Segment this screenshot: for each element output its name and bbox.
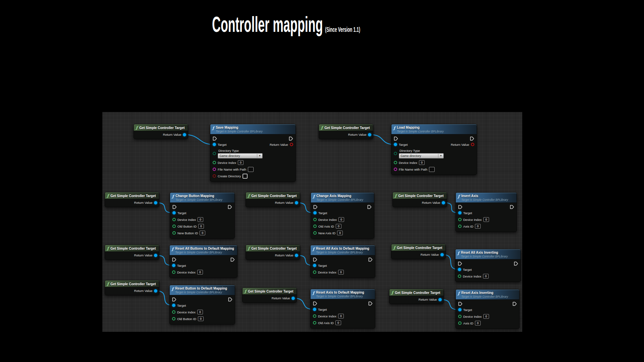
exec-in-pin[interactable] [313,204,318,209]
change-button-mapping-node[interactable]: ƒ Change Button Mapping Target is Simple… [170,192,235,239]
target-pin[interactable] [313,308,316,311]
reset-axis-to-default-mapping-node[interactable]: ƒ Reset Axis to Default Mapping Target i… [310,289,375,328]
int-pin[interactable] [458,315,462,318]
reset-all-axis-to-default-mapping-node[interactable]: ƒ Reset All Axis to Default Mapping Targ… [310,245,375,278]
load-mapping-node[interactable]: ƒ Load Mapping Target is Simple Controll… [391,124,477,175]
return-value-pin[interactable] [154,289,157,293]
exec-out-pin[interactable] [228,204,232,209]
return-value-pin[interactable] [438,298,442,301]
int-input[interactable]: 0 [483,274,489,279]
return-value-pin[interactable] [290,143,293,146]
exec-out-pin[interactable] [289,136,293,140]
reset-button-to-default-mapping-node[interactable]: ƒ Reset Button to Default Mapping Target… [169,285,235,324]
get-simple-controller-target-node[interactable]: ƒ Get Simple Controller Target Return Va… [242,288,297,303]
return-value-pin[interactable] [471,143,474,146]
target-pin[interactable] [458,308,462,311]
int-pin[interactable] [313,321,316,324]
int-pin[interactable] [172,225,176,228]
return-value-pin[interactable] [295,201,298,204]
exec-in-pin[interactable] [458,261,462,265]
save-mapping-node[interactable]: ƒ Save Mapping Target is Simple Controll… [210,124,296,182]
exec-out-pin[interactable] [230,257,235,261]
return-value-pin[interactable] [291,297,295,300]
target-pin[interactable] [213,143,216,146]
return-value-pin[interactable] [440,253,444,256]
return-value-pin[interactable] [154,254,157,257]
int-input[interactable]: 0 [198,316,204,321]
bool-checkbox[interactable] [243,174,248,179]
get-simple-controller-target-node[interactable]: ƒ Get Simple Controller Target Return Va… [391,244,446,259]
get-simple-controller-target-node[interactable]: ƒ Get Simple Controller Target Return Va… [319,124,373,139]
int-pin[interactable] [172,270,175,274]
exec-in-pin[interactable] [172,297,176,301]
int-pin[interactable] [313,231,317,235]
return-value-pin[interactable] [183,133,186,136]
int-pin[interactable] [394,161,397,164]
int-pin[interactable] [458,225,462,228]
int-pin[interactable] [172,310,175,314]
get-simple-controller-target-node[interactable]: ƒ Get Simple Controller Target Return Va… [133,124,188,139]
exec-in-pin[interactable] [213,136,217,140]
int-input[interactable]: 0 [337,231,343,235]
invert-axis-node[interactable]: ƒ Invert Axis Target is Simple Controlle… [455,192,517,232]
reset-axis-inverting-node[interactable]: ƒ Reset Axis Inverting Target is Simple … [455,289,520,329]
int-pin[interactable] [313,314,316,318]
enum-pin[interactable] [213,152,216,155]
target-pin[interactable] [313,211,317,215]
exec-in-pin[interactable] [313,301,317,305]
int-pin[interactable] [172,218,176,221]
enum-dropdown[interactable]: Game directory ▼ [399,153,444,159]
string-pin[interactable] [213,168,216,171]
int-input[interactable]: 0 [475,224,481,229]
int-input[interactable]: 0 [336,224,341,229]
bool-pin[interactable] [213,174,216,178]
get-simple-controller-target-node[interactable]: ƒ Get Simple Controller Target Return Va… [105,280,159,295]
return-value-pin[interactable] [442,201,445,204]
int-input[interactable]: 0 [200,231,205,235]
return-value-pin[interactable] [295,254,298,257]
blueprint-graph[interactable]: ƒ Get Simple Controller Target Return Va… [102,112,522,332]
exec-out-pin[interactable] [513,301,517,306]
reset-all-axis-inverting-node[interactable]: ƒ Reset All Axis Inverting Target is Sim… [455,249,521,282]
target-pin[interactable] [172,304,175,307]
int-pin[interactable] [458,321,462,325]
exec-out-pin[interactable] [228,297,232,301]
target-pin[interactable] [458,211,462,215]
exec-out-pin[interactable] [470,136,474,140]
int-input[interactable]: 0 [197,310,203,314]
int-input[interactable]: 0 [419,160,425,165]
string-input[interactable] [429,167,435,172]
int-pin[interactable] [458,218,462,221]
int-pin[interactable] [172,231,176,235]
int-input[interactable]: 0 [338,270,344,275]
get-simple-controller-target-node[interactable]: ƒ Get Simple Controller Target Return Va… [246,192,300,207]
get-simple-controller-target-node[interactable]: ƒ Get Simple Controller Target Return Va… [105,245,159,260]
exec-out-pin[interactable] [368,301,373,305]
get-simple-controller-target-node[interactable]: ƒ Get Simple Controller Target Return Va… [392,192,447,207]
int-input[interactable]: 0 [238,160,244,165]
enum-pin[interactable] [394,152,397,155]
exec-in-pin[interactable] [313,257,317,261]
exec-out-pin[interactable] [514,261,518,265]
get-simple-controller-target-node[interactable]: ƒ Get Simple Controller Target Return Va… [105,192,159,207]
exec-in-pin[interactable] [458,204,463,209]
get-simple-controller-target-node[interactable]: ƒ Get Simple Controller Target Return Va… [389,289,444,304]
int-input[interactable]: 0 [483,314,489,319]
string-pin[interactable] [394,168,397,171]
target-pin[interactable] [458,268,461,271]
target-pin[interactable] [313,264,316,267]
int-pin[interactable] [172,317,175,320]
int-pin[interactable] [458,275,461,278]
int-input[interactable]: 0 [198,224,204,229]
exec-out-pin[interactable] [510,204,514,209]
int-input[interactable]: 0 [335,320,341,325]
target-pin[interactable] [172,264,175,267]
reset-all-buttons-to-default-mapping-node[interactable]: ƒ Reset All Buttons to Default Mapping T… [169,245,237,278]
int-pin[interactable] [313,270,316,274]
return-value-pin[interactable] [154,201,157,204]
string-input[interactable] [248,167,254,172]
int-input[interactable]: 0 [475,321,481,325]
int-input[interactable]: 0 [483,217,489,222]
exec-out-pin[interactable] [367,204,372,209]
get-simple-controller-target-node[interactable]: ƒ Get Simple Controller Target Return Va… [246,245,300,260]
